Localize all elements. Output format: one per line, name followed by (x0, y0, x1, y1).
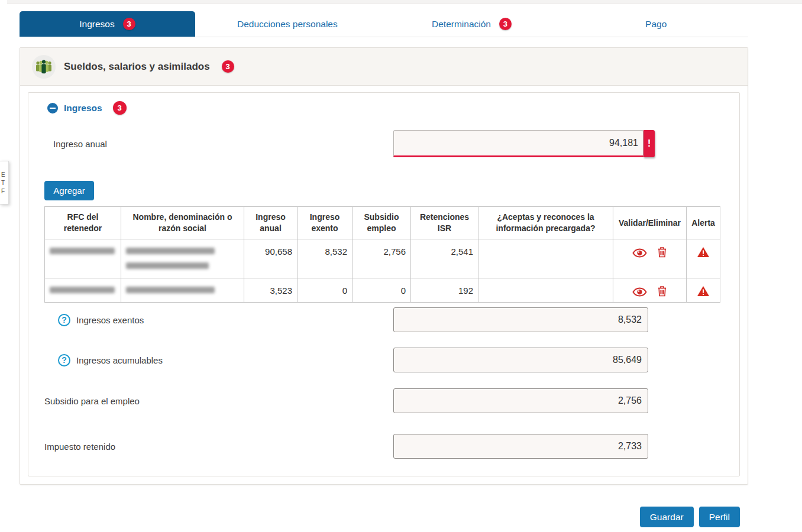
view-eye-icon[interactable] (632, 248, 647, 259)
tab-determinacion-badge: 3 (499, 18, 512, 30)
cell-alerta (687, 278, 720, 303)
tab-label: Ingresos (79, 19, 114, 30)
tab-pago[interactable]: Pago (564, 11, 748, 37)
table-header-row: RFC del retenedor Nombre, denominación o… (45, 207, 720, 239)
ingresos-panel: Ingresos 3 Ingreso anual ! Agregar RFC d… (28, 92, 740, 476)
col-ingreso-exento: Ingreso exento (297, 207, 353, 239)
impuesto-retenido-input[interactable] (393, 434, 648, 459)
ingresos-acumulables-label: Ingresos acumulables (76, 355, 163, 365)
top-strip (7, 0, 802, 4)
subsection-title: Ingresos (64, 103, 102, 113)
cell-retenciones-isr: 192 (411, 278, 478, 303)
tab-label: Determinación (432, 19, 491, 30)
col-ingreso-anual: Ingreso anual (244, 207, 297, 239)
flyout-letter: E (1, 171, 8, 179)
table-row: 90,658 8,532 2,756 2,541 (45, 239, 720, 278)
col-rfc: RFC del retenedor (45, 207, 121, 239)
agregar-button[interactable]: Agregar (44, 181, 94, 200)
ingreso-anual-label: Ingreso anual (53, 139, 107, 149)
ingreso-anual-input[interactable] (393, 130, 643, 157)
flyout-letter: T (1, 179, 8, 187)
cell-validar-eliminar (613, 239, 687, 278)
table-row: 3,523 0 0 192 (45, 278, 720, 303)
collapse-minus-icon[interactable] (47, 103, 58, 113)
tab-determinacion[interactable]: Determinación 3 (380, 11, 564, 37)
col-retenciones-isr: Retenciones ISR (411, 207, 478, 239)
card-header: Sueldos, salarios y asimilados 3 (20, 48, 748, 86)
alert-triangle-icon (697, 250, 710, 259)
retenedores-table: RFC del retenedor Nombre, denominación o… (44, 206, 720, 303)
cell-subsidio-empleo: 2,756 (353, 239, 411, 278)
view-eye-icon[interactable] (632, 287, 647, 299)
subsidio-empleo-row: Subsidio para el empleo (44, 388, 730, 413)
sueldos-card: Sueldos, salarios y asimilados 3 Ingreso… (20, 47, 748, 485)
rfc-redacted (45, 239, 121, 278)
cell-ingreso-exento: 0 (297, 278, 353, 303)
nombre-redacted (121, 278, 244, 303)
delete-trash-icon[interactable] (657, 246, 667, 259)
alert-triangle-icon (697, 289, 710, 299)
section-title: Sueldos, salarios y asimilados (64, 61, 210, 73)
subsidio-empleo-label: Subsidio para el empleo (44, 396, 140, 406)
ingreso-anual-row: Ingreso anual ! (53, 130, 730, 157)
flyout-letter: F (1, 187, 8, 195)
col-subsidio-empleo: Subsidio empleo (353, 207, 411, 239)
cell-validar-eliminar (613, 278, 687, 303)
subsection-badge: 3 (113, 101, 127, 115)
col-validar-eliminar: Validar/Eliminar (613, 207, 687, 239)
tab-label: Deducciones personales (237, 19, 338, 30)
cell-aceptas (478, 278, 613, 303)
perfil-button[interactable]: Perfil (699, 507, 740, 527)
nombre-redacted (121, 239, 244, 278)
guardar-button[interactable]: Guardar (640, 507, 694, 527)
cell-aceptas (478, 239, 613, 278)
impuesto-retenido-row: Impuesto retenido (44, 434, 730, 459)
cell-subsidio-empleo: 0 (353, 278, 411, 303)
cell-ingreso-anual: 90,658 (244, 239, 297, 278)
cell-retenciones-isr: 2,541 (411, 239, 478, 278)
tab-ingresos-badge: 3 (123, 18, 135, 30)
cell-alerta (687, 239, 720, 278)
ingresos-exentos-row: ? Ingresos exentos (58, 307, 730, 332)
ingresos-acumulables-row: ? Ingresos acumulables (58, 348, 730, 372)
col-nombre: Nombre, denominación o razón social (121, 207, 244, 239)
cell-ingreso-exento: 8,532 (297, 239, 353, 278)
tab-label: Pago (645, 19, 667, 30)
section-badge: 3 (222, 60, 234, 73)
col-alerta: Alerta (687, 207, 720, 239)
impuesto-retenido-label: Impuesto retenido (44, 442, 115, 452)
rfc-redacted (45, 278, 121, 303)
tab-bar: Ingresos 3 Deducciones personales Determ… (20, 11, 748, 37)
ingresos-exentos-input[interactable] (393, 307, 648, 332)
footer-actions: Guardar Perfil (0, 507, 740, 527)
ingresos-exentos-label: Ingresos exentos (76, 315, 144, 325)
cell-ingreso-anual: 3,523 (244, 278, 297, 303)
ingresos-subsection-header: Ingresos 3 (47, 101, 730, 115)
error-exclamation-icon: ! (643, 130, 655, 157)
ingresos-acumulables-input[interactable] (393, 348, 648, 372)
delete-trash-icon[interactable] (657, 286, 667, 299)
help-icon[interactable]: ? (58, 314, 70, 326)
subsidio-empleo-input[interactable] (393, 388, 648, 413)
help-icon[interactable]: ? (58, 354, 70, 366)
left-edge-flyout[interactable]: E T F (0, 161, 9, 205)
tab-ingresos[interactable]: Ingresos 3 (20, 11, 195, 37)
people-group-icon (32, 55, 56, 79)
tab-deducciones-personales[interactable]: Deducciones personales (195, 11, 380, 37)
col-aceptas: ¿Aceptas y reconoces la información prec… (478, 207, 613, 239)
